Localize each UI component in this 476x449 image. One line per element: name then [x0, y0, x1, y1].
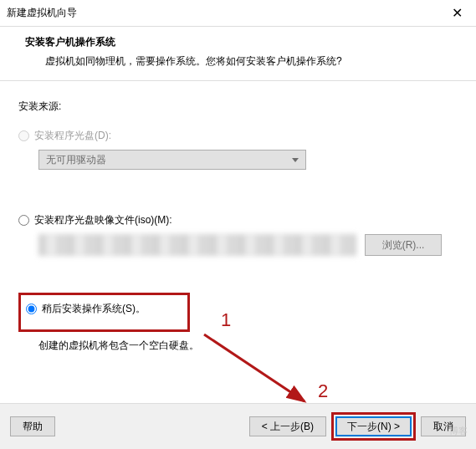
titlebar: 新建虚拟机向导 ✕ [0, 0, 476, 27]
option-installer-disc: 安装程序光盘(D): [18, 129, 458, 143]
annotation-number-2: 2 [318, 380, 328, 402]
window-title: 新建虚拟机向导 [7, 6, 77, 20]
radio-iso-file[interactable] [18, 215, 29, 226]
option-iso-file[interactable]: 安装程序光盘映像文件(iso)(M): [18, 213, 458, 227]
annotation-box-1: 稍后安装操作系统(S)。 [18, 293, 190, 332]
wizard-footer: 帮助 < 上一步(B) 下一步(N) > 取消 [0, 403, 476, 449]
header-title: 安装客户机操作系统 [25, 35, 456, 49]
radio-install-later[interactable] [26, 304, 37, 314]
radio-installer-disc [18, 130, 29, 141]
wizard-content: 安装来源: 安装程序光盘(D): 无可用驱动器 安装程序光盘映像文件(iso)(… [0, 81, 476, 353]
close-icon[interactable]: ✕ [447, 5, 468, 21]
label-installer-disc: 安装程序光盘(D): [34, 129, 111, 143]
disc-drive-value: 无可用驱动器 [46, 154, 106, 166]
install-source-label: 安装来源: [18, 99, 458, 114]
option-install-later[interactable]: 稍后安装操作系统(S)。 [26, 302, 146, 316]
iso-path-field[interactable] [38, 234, 356, 256]
annotation-box-2: 下一步(N) > [331, 412, 416, 441]
next-button[interactable]: 下一步(N) > [335, 416, 412, 436]
browse-button[interactable]: 浏览(R)... [365, 234, 442, 256]
back-button[interactable]: < 上一步(B) [249, 416, 326, 436]
header-subtitle: 虚拟机如同物理机，需要操作系统。您将如何安装客户机操作系统? [25, 54, 456, 69]
cancel-button[interactable]: 取消 [421, 416, 466, 436]
disc-drive-dropdown: 无可用驱动器 [38, 150, 306, 170]
label-iso-file: 安装程序光盘映像文件(iso)(M): [34, 213, 172, 227]
install-later-hint: 创建的虚拟机将包含一个空白硬盘。 [38, 339, 458, 353]
wizard-header: 安装客户机操作系统 虚拟机如同物理机，需要操作系统。您将如何安装客户机操作系统? [0, 27, 476, 81]
help-button[interactable]: 帮助 [10, 416, 55, 436]
label-install-later: 稍后安装操作系统(S)。 [42, 302, 146, 316]
